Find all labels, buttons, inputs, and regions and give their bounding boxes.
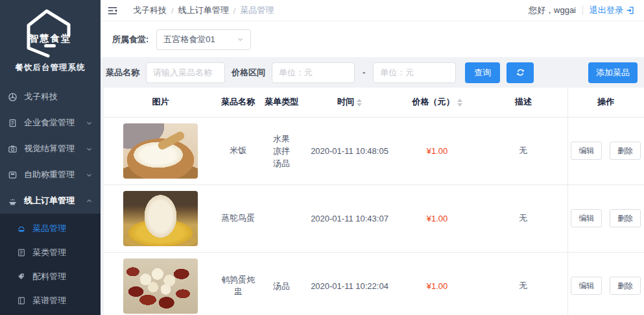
dish-table: 图片 菜品名称 菜单类型 时间 价格（元） 描述 操作 米饭 水果 凉拌 汤品 xyxy=(104,88,644,315)
header-price: 价格（元） xyxy=(395,88,479,117)
dish-name-cell: 鹌鹑蛋炖盅 xyxy=(217,252,259,315)
breadcrumb-separator: / xyxy=(171,6,174,16)
weighing-scale-icon xyxy=(8,170,18,180)
dish-name-input[interactable] xyxy=(146,62,225,83)
table-header-row: 图片 菜品名称 菜单类型 时间 价格（元） 描述 操作 xyxy=(104,88,644,117)
menu-type-line: 汤品 xyxy=(259,157,304,170)
header-image: 图片 xyxy=(104,88,217,117)
time-cell: 2020-01-11 10:48:05 xyxy=(304,117,395,184)
sidebar-item-label: 戈子科技 xyxy=(24,91,93,103)
table-row: 鹌鹑蛋炖盅 汤品 2020-01-11 10:22:04 ¥1.00 无 编辑 … xyxy=(104,252,644,315)
table-row: 蒸鸵鸟蛋 2020-01-11 10:43:07 ¥1.00 无 编辑 删除 xyxy=(104,184,644,252)
canteen-building-icon xyxy=(8,118,18,128)
chevron-down-icon xyxy=(237,36,244,43)
price-range-separator: - xyxy=(361,68,366,77)
dish-image xyxy=(123,123,198,179)
recipe-icon xyxy=(17,296,26,305)
edit-button[interactable]: 编辑 xyxy=(571,209,602,227)
actions-cell: 编辑 删除 xyxy=(567,184,644,252)
chevron-down-icon xyxy=(86,120,93,127)
canteen-select[interactable]: 五宫格食堂01 xyxy=(156,29,251,50)
description-cell: 无 xyxy=(479,117,567,184)
sidebar-item-online-orders[interactable]: 线上订单管理 xyxy=(0,188,101,214)
submenu-item-dish-management[interactable]: 菜品管理 xyxy=(0,216,101,240)
dish-table-card: 图片 菜品名称 菜单类型 时间 价格（元） 描述 操作 米饭 水果 凉拌 汤品 xyxy=(104,88,644,315)
dish-image xyxy=(123,191,198,246)
submenu-item-label: 菜品管理 xyxy=(32,223,66,234)
canteen-label: 所属食堂: xyxy=(112,34,149,45)
menu-type-cell: 汤品 xyxy=(259,252,304,315)
table-row: 米饭 水果 凉拌 汤品 2020-01-11 10:48:05 ¥1.00 无 … xyxy=(104,117,644,184)
dish-icon xyxy=(17,224,26,233)
sidebar-item-label: 自助称重管理 xyxy=(24,169,86,181)
dish-name-cell: 米饭 xyxy=(217,117,259,184)
submenu-item-recipe-management[interactable]: 菜谱管理 xyxy=(0,288,101,312)
refresh-button[interactable] xyxy=(507,62,534,83)
menu-type-line: 凉拌 xyxy=(259,145,304,157)
refresh-icon xyxy=(516,68,525,77)
canteen-selector-row: 所属食堂: 五宫格食堂01 xyxy=(101,21,644,57)
dish-category-icon xyxy=(17,248,26,257)
price-cell: ¥1.00 xyxy=(395,117,479,184)
header-actions: 操作 xyxy=(567,88,644,117)
online-orders-submenu: 菜品管理 菜类管理 配料管理 菜谱管理 xyxy=(0,214,101,315)
sidebar-collapse-icon[interactable] xyxy=(106,4,119,17)
price-min-input[interactable] xyxy=(272,62,355,83)
sidebar: 智慧食堂 餐饮后台管理系统 戈子科技 企业食堂管理 视觉结算管理 xyxy=(0,0,101,315)
search-button[interactable]: 查询 xyxy=(465,62,500,83)
submenu-item-label: 菜谱管理 xyxy=(32,295,66,307)
dish-image xyxy=(123,258,198,314)
header-price-label: 价格（元） xyxy=(412,97,455,107)
price-cell: ¥1.00 xyxy=(395,252,479,315)
breadcrumb-item[interactable]: 戈子科技 xyxy=(133,5,167,16)
sidebar-nav: 戈子科技 企业食堂管理 视觉结算管理 自助称重管理 xyxy=(0,80,101,214)
breadcrumb-separator: / xyxy=(233,6,236,16)
dish-name-cell: 蒸鸵鸟蛋 xyxy=(217,184,259,252)
logout-button[interactable]: 退出登录 xyxy=(590,5,635,16)
breadcrumb-current: 菜品管理 xyxy=(240,5,274,16)
ingredient-icon xyxy=(17,272,26,281)
actions-cell: 编辑 删除 xyxy=(567,252,644,315)
add-dish-button[interactable]: 添加菜品 xyxy=(588,62,638,83)
time-cell: 2020-01-11 10:43:07 xyxy=(304,184,395,252)
sidebar-item-self-weighing[interactable]: 自助称重管理 xyxy=(0,162,101,188)
submenu-item-dish-category-management[interactable]: 菜类管理 xyxy=(0,240,101,264)
brand-logo: 智慧食堂 餐饮后台管理系统 xyxy=(0,0,101,80)
sort-time-icon[interactable] xyxy=(357,99,362,107)
sort-price-icon[interactable] xyxy=(457,99,462,107)
edit-button[interactable]: 编辑 xyxy=(571,142,602,160)
menu-type-line: 水果 xyxy=(259,132,304,145)
header-time: 时间 xyxy=(304,88,395,117)
logout-icon xyxy=(626,6,635,15)
menu-type-line: 汤品 xyxy=(259,280,304,292)
dish-name-label: 菜品名称 xyxy=(106,67,139,79)
sidebar-item-enterprise-canteen[interactable]: 企业食堂管理 xyxy=(0,110,101,136)
menu-type-cell: 水果 凉拌 汤品 xyxy=(259,117,304,184)
delete-button[interactable]: 删除 xyxy=(610,142,641,160)
submenu-item-label: 菜类管理 xyxy=(32,247,66,258)
price-max-input[interactable] xyxy=(373,62,456,83)
delete-button[interactable]: 删除 xyxy=(610,209,641,227)
filter-bar: 菜品名称 价格区间 - 查询 添加菜品 xyxy=(101,57,644,88)
camera-icon xyxy=(8,144,18,154)
sidebar-item-label: 线上订单管理 xyxy=(24,195,86,207)
sidebar-item-vision-settlement[interactable]: 视觉结算管理 xyxy=(0,136,101,162)
topbar: 戈子科技 / 线上订单管理 / 菜品管理 您好，wggai 退出登录 xyxy=(101,0,644,21)
logo-title: 智慧食堂 xyxy=(29,32,72,45)
description-cell: 无 xyxy=(479,252,567,315)
header-time-label: 时间 xyxy=(337,97,354,107)
breadcrumb-item[interactable]: 线上订单管理 xyxy=(178,5,229,16)
price-cell: ¥1.00 xyxy=(395,184,479,252)
delete-button[interactable]: 删除 xyxy=(610,277,641,295)
canteen-select-value: 五宫格食堂01 xyxy=(163,34,237,45)
submenu-item-label: 配料管理 xyxy=(32,271,66,283)
sidebar-item-gezi-tech[interactable]: 戈子科技 xyxy=(0,84,101,110)
edit-button[interactable]: 编辑 xyxy=(571,277,602,295)
submenu-item-ingredient-management[interactable]: 配料管理 xyxy=(0,264,101,288)
sidebar-item-label: 视觉结算管理 xyxy=(24,143,86,155)
description-cell: 无 xyxy=(479,184,567,252)
topbar-right: 您好，wggai 退出登录 xyxy=(529,5,635,16)
menu-type-cell xyxy=(259,184,304,252)
header-menu-type: 菜单类型 xyxy=(259,88,304,117)
logout-label: 退出登录 xyxy=(590,5,623,16)
